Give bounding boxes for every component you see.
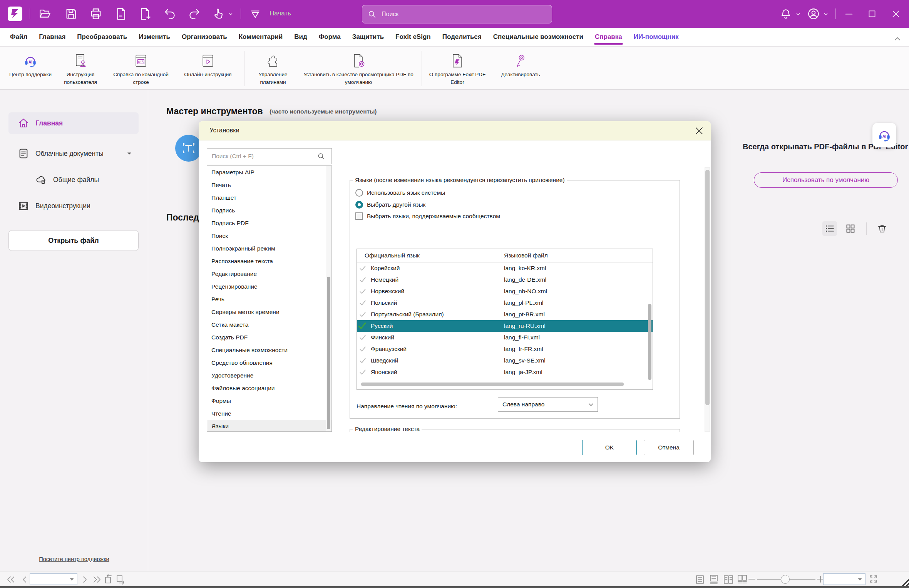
last-page-icon[interactable] (92, 575, 102, 584)
first-page-icon[interactable] (6, 575, 15, 584)
settings-category-item[interactable]: Поиск (207, 229, 331, 242)
facing-view-icon[interactable] (723, 574, 734, 585)
ribbon-online-tutorial-button[interactable]: Онлайн-инструкция (175, 50, 241, 79)
menu-item[interactable]: Главная (39, 33, 65, 41)
trash-icon[interactable] (875, 221, 889, 236)
settings-category-item[interactable]: Речь (207, 293, 331, 306)
menu-item[interactable]: Защитить (352, 33, 384, 41)
next-page-icon[interactable] (80, 575, 89, 584)
search-input[interactable] (381, 10, 536, 18)
settings-category-item[interactable]: Параметры AIP (207, 166, 331, 179)
menu-item[interactable]: Специальные возможности (493, 33, 583, 41)
maximize-button[interactable] (867, 9, 877, 19)
foxit-logo-icon[interactable] (8, 7, 22, 21)
previous-page-icon[interactable] (20, 575, 29, 584)
settings-category-item[interactable]: Чтение (207, 407, 331, 420)
print-icon[interactable] (89, 7, 102, 20)
page-number-combobox[interactable] (30, 573, 77, 585)
menu-item[interactable]: Комментарий (239, 33, 283, 41)
ribbon-manage-plugins-button[interactable]: Управление плагинами (248, 50, 298, 87)
language-row[interactable]: Португальский (Бразилия) lang_pt-BR.xml (357, 309, 653, 320)
grid-view-icon[interactable] (843, 221, 858, 236)
new-document-icon[interactable] (139, 7, 152, 20)
account-dropdown-icon[interactable] (824, 13, 828, 15)
ribbon-user-manual-button[interactable]: Инструкция пользователя (54, 50, 107, 87)
scrollbar-thumb[interactable] (327, 277, 330, 429)
column-language-file[interactable]: Языковой файл (504, 252, 548, 259)
language-row[interactable]: Японский lang_ja-JP.xml (357, 366, 653, 378)
sidebar-item-cloud-documents[interactable]: Облачные документы (8, 143, 139, 164)
minimize-button[interactable] (844, 9, 854, 19)
language-row[interactable]: Немецкий lang_de-DE.xml (357, 274, 653, 286)
language-row[interactable]: Шведский lang_sv-SE.xml (357, 355, 653, 366)
menu-item[interactable]: Изменить (139, 33, 170, 41)
ribbon-support-center-button[interactable]: AI Центр поддержки (7, 50, 54, 79)
settings-category-item[interactable]: Рецензирование (207, 280, 331, 293)
open-file-icon[interactable] (39, 7, 52, 20)
hand-tool-dropdown-icon[interactable] (229, 13, 233, 15)
settings-category-item[interactable]: Подпись (207, 204, 331, 217)
language-row[interactable]: Русский lang_ru-RU.xml (357, 320, 653, 332)
ai-assistant-button[interactable]: AI (872, 123, 896, 147)
ribbon-set-default-viewer-button[interactable]: Установить в качестве просмотрщика PDF п… (298, 50, 419, 87)
ribbon-about-button[interactable]: О программе Foxit PDF Editor (425, 50, 490, 87)
checkbox-community-languages[interactable] (355, 212, 363, 220)
notifications-bell-icon[interactable] (780, 8, 792, 20)
language-row[interactable]: Финский lang_fi-FI.xml (357, 332, 653, 343)
resize-grip[interactable] (885, 571, 909, 588)
language-row[interactable]: Норвежский lang_nb-NO.xml (357, 286, 653, 297)
menu-item[interactable]: Преобразовать (77, 33, 127, 41)
settings-category-item[interactable]: Печать (207, 179, 331, 191)
table-horizontal-scrollbar-thumb[interactable] (361, 383, 624, 386)
convert-document-icon[interactable] (114, 7, 127, 20)
zoom-level-combobox[interactable] (823, 573, 865, 585)
notifications-dropdown-icon[interactable] (796, 13, 800, 15)
settings-category-item[interactable]: Удостоверение (207, 369, 331, 382)
menu-item[interactable]: Поделиться (442, 33, 482, 41)
scrollbar-thumb[interactable] (648, 304, 651, 380)
sidebar-item-shared-files[interactable]: Общие файлы (8, 169, 156, 190)
settings-category-item[interactable]: Формы (207, 394, 331, 407)
start-funnel-icon[interactable] (249, 8, 261, 20)
start-label[interactable]: Начать (270, 10, 291, 17)
menu-item[interactable]: ИИ-помощник (634, 33, 679, 41)
settings-category-item[interactable]: Создать PDF (207, 331, 331, 344)
settings-category-item[interactable]: Редактирование (207, 267, 331, 280)
global-search[interactable] (362, 5, 552, 23)
save-icon[interactable] (65, 7, 78, 20)
language-row[interactable]: Французский lang_fr-FR.xml (357, 343, 653, 355)
open-file-button[interactable]: Открыть файл (8, 230, 139, 251)
set-default-button[interactable]: Использовать по умолчанию (754, 172, 898, 188)
column-official-language[interactable]: Официальный язык (365, 252, 504, 259)
previous-view-icon[interactable] (102, 574, 113, 585)
sidebar-item-home[interactable]: Главная (8, 112, 139, 134)
list-view-icon[interactable] (822, 221, 837, 236)
ribbon-collapse-icon[interactable] (894, 37, 901, 41)
settings-category-item[interactable]: Подпись PDF (207, 217, 331, 229)
ok-button[interactable]: OK (582, 440, 637, 455)
menu-item[interactable]: Форма (319, 33, 341, 41)
zoom-out-icon[interactable] (748, 575, 756, 583)
edit-text-tool-icon[interactable] (175, 135, 202, 162)
settings-category-item[interactable]: Средство обновления (207, 356, 331, 369)
ribbon-cmdline-help-button[interactable]: C:\ Справка по командной строке (107, 50, 175, 87)
settings-category-item[interactable]: Языки (207, 420, 331, 432)
radio-choose-language[interactable] (355, 201, 363, 209)
close-button[interactable] (891, 9, 901, 19)
settings-category-item[interactable]: Файловые ассоциации (207, 382, 331, 394)
settings-category-item[interactable]: Специальные возможности (207, 344, 331, 356)
chevron-down-icon[interactable] (127, 152, 132, 155)
dialog-close-icon[interactable] (695, 126, 704, 135)
single-page-view-icon[interactable] (695, 574, 705, 585)
dialog-search[interactable] (207, 148, 332, 164)
settings-category-item[interactable]: Планшет (207, 191, 331, 204)
cancel-button[interactable]: Отмена (644, 440, 694, 455)
zoom-slider-handle[interactable] (781, 575, 790, 584)
account-avatar-icon[interactable] (807, 7, 820, 20)
settings-category-item[interactable]: Сетка макета (207, 318, 331, 331)
settings-category-item[interactable]: Серверы меток времени (207, 306, 331, 318)
facing-continuous-view-icon[interactable] (737, 574, 748, 585)
undo-icon[interactable] (163, 7, 176, 20)
sidebar-item-video-tutorials[interactable]: Видеоинструкции (8, 195, 139, 217)
hand-tool-icon[interactable] (212, 7, 225, 20)
